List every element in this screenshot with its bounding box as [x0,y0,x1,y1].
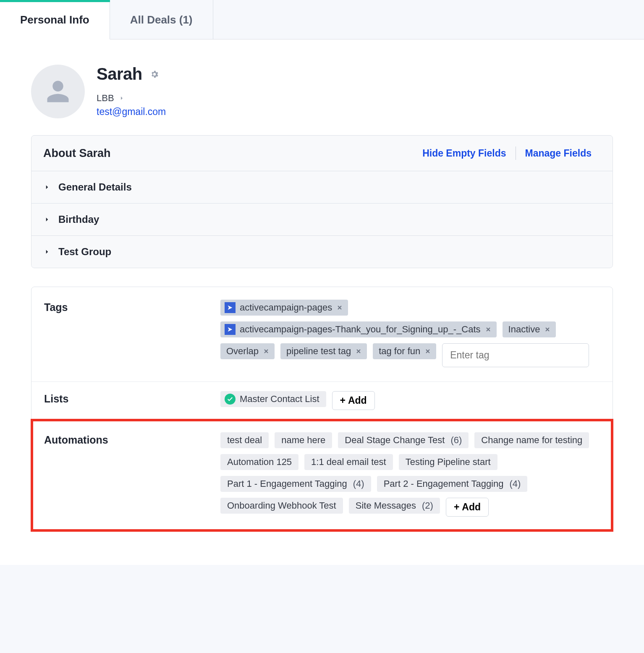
gear-icon[interactable] [150,70,159,79]
automation-chip[interactable]: test deal [220,432,269,448]
contact-email[interactable]: test@gmail.com [97,106,166,118]
list-text: Master Contact List [240,394,319,405]
automation-chip[interactable]: name here [275,432,332,448]
automation-chip[interactable]: Part 2 - Engagement Tagging(4) [377,476,528,492]
automation-chip[interactable]: Change name for testing [474,432,589,448]
automation-count: (2) [422,500,433,511]
chevron-right-icon [118,95,125,102]
about-panel: About Sarah Hide Empty Fields Manage Fie… [31,135,613,268]
automations-section: Automations test deal name here Deal Sta… [31,420,613,531]
accordion-label: Test Group [58,246,111,258]
add-label: Add [348,395,367,406]
list-chip[interactable]: Master Contact List [220,391,326,407]
automation-name: Deal Stage Change Test [345,435,445,446]
accordion-test-group[interactable]: Test Group [31,236,613,268]
tag-text: Overlap [226,346,259,357]
automation-chip[interactable]: Testing Pipeline start [399,454,497,470]
close-icon[interactable] [355,348,362,355]
automation-chip[interactable]: Onboarding Webhook Test [220,498,343,514]
person-icon [44,77,72,106]
tag-chip[interactable]: pipeline test tag [280,343,367,359]
tag-chip[interactable]: Inactive [503,321,556,337]
automations-label: Automations [44,432,212,517]
automation-name: Part 2 - Engagement Tagging [384,478,504,489]
automation-count: (6) [450,435,462,446]
add-list-button[interactable]: + Add [332,391,375,410]
hide-empty-fields-link[interactable]: Hide Empty Fields [413,148,515,159]
tags-section: Tags activecampaign-pages activecampaign… [31,287,613,382]
tabbar: Personal Info All Deals (1) [0,0,644,39]
automation-count: (4) [509,478,521,489]
contact-info: Sarah LBB test@gmail.com [97,65,166,118]
close-icon[interactable] [544,326,551,333]
automation-name: 1:1 deal email test [311,457,386,468]
about-panel-header: About Sarah Hide Empty Fields Manage Fie… [31,136,613,171]
tag-text: activecampaign-pages-Thank_you_for_Signi… [240,324,481,335]
automation-name: Onboarding Webhook Test [227,500,336,511]
details-card: Tags activecampaign-pages activecampaign… [31,287,613,531]
tab-personal-info[interactable]: Personal Info [0,0,110,39]
automations-body: test deal name here Deal Stage Change Te… [220,432,600,517]
company-name: LBB [97,93,114,104]
close-icon[interactable] [485,326,492,333]
close-icon[interactable] [336,304,343,311]
add-automation-button[interactable]: + Add [446,498,489,517]
tag-chip[interactable]: activecampaign-pages-Thank_you_for_Signi… [220,321,497,337]
tags-body: activecampaign-pages activecampaign-page… [220,300,600,367]
close-icon[interactable] [263,348,270,355]
tag-text: pipeline test tag [286,346,351,357]
accordion-label: Birthday [58,214,99,225]
about-title: About Sarah [43,147,111,160]
automation-chip[interactable]: 1:1 deal email test [304,454,393,470]
accordion-general-details[interactable]: General Details [31,171,613,204]
automation-name: Site Messages [356,500,416,511]
chevron-right-icon [43,183,51,191]
automation-chip[interactable]: Site Messages(2) [349,498,440,514]
manage-fields-link[interactable]: Manage Fields [516,148,601,159]
tag-text: tag for fun [379,346,420,357]
tag-chip[interactable]: tag for fun [373,343,436,359]
automation-chip[interactable]: Deal Stage Change Test(6) [338,432,469,448]
plus-icon: + [340,395,346,406]
accordion-label: General Details [58,181,132,193]
close-icon[interactable] [424,348,431,355]
company-link[interactable]: LBB [97,93,166,104]
tag-source-icon [225,324,236,335]
contact-name: Sarah [97,65,142,84]
tag-text: Inactive [508,324,540,335]
tag-text: activecampaign-pages [240,302,332,313]
contact-header: Sarah LBB test@gmail.com [0,39,644,135]
automation-name: Change name for testing [481,435,582,446]
tab-all-deals[interactable]: All Deals (1) [110,0,213,39]
automation-chip[interactable]: Automation 125 [220,454,298,470]
automation-count: (4) [353,478,364,489]
add-label: Add [462,502,481,513]
chevron-right-icon [43,248,51,256]
automation-chip[interactable]: Part 1 - Engagement Tagging(4) [220,476,371,492]
automation-name: Automation 125 [227,457,292,468]
avatar [31,65,85,118]
automation-name: name here [281,435,325,446]
automation-name: Part 1 - Engagement Tagging [227,478,347,489]
tag-chip[interactable]: Overlap [220,343,275,359]
automation-name: test deal [227,435,262,446]
tag-chip[interactable]: activecampaign-pages [220,300,348,316]
automation-name: Testing Pipeline start [406,457,491,468]
tags-label: Tags [44,300,212,367]
accordion-birthday[interactable]: Birthday [31,204,613,236]
lists-body: Master Contact List + Add [220,391,600,410]
about-actions: Hide Empty Fields Manage Fields [413,146,601,160]
tag-source-icon [225,302,236,313]
plus-icon: + [454,502,459,513]
lists-label: Lists [44,391,212,410]
check-icon [225,394,236,405]
tag-input[interactable] [442,343,589,367]
chevron-right-icon [43,216,51,223]
lists-section: Lists Master Contact List + Add [31,382,613,420]
